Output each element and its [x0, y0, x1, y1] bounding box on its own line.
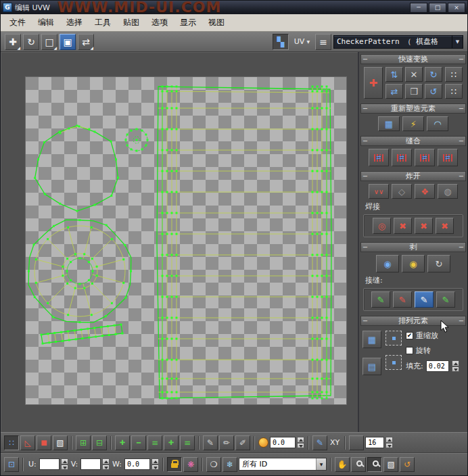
pan-button[interactable]: ✋: [335, 457, 350, 472]
rotate-90-cw-button[interactable]: ↻: [425, 67, 442, 82]
maximize-button[interactable]: □: [429, 3, 446, 13]
face-mode-button[interactable]: ■: [37, 435, 51, 450]
spinner-up-icon[interactable]: [297, 437, 304, 443]
freeform-mode-button[interactable]: ▣: [60, 34, 76, 50]
align-to-edge-button[interactable]: ❒: [405, 84, 423, 99]
zoom-extents-button[interactable]: ▧: [383, 457, 398, 472]
move-selected-button[interactable]: ✚: [364, 67, 383, 99]
u-field[interactable]: [39, 458, 60, 470]
stitch-to-target-button[interactable]: ⇄: [392, 149, 412, 166]
spinner-down-icon[interactable]: [452, 366, 459, 373]
minimize-button[interactable]: ─: [410, 3, 427, 13]
align-horizontal-button[interactable]: ⇄: [385, 84, 403, 99]
rollout-header-quick-transform[interactable]: − 快速变换 −: [360, 54, 466, 64]
rollout-header-explode[interactable]: − 炸开 −: [360, 171, 466, 181]
stitch-custom-button[interactable]: ⇄: [369, 149, 389, 166]
linear-align-button[interactable]: ✕: [405, 67, 423, 82]
menu-select[interactable]: 选择: [60, 15, 89, 30]
shrink-selection-button[interactable]: ⊟: [92, 435, 107, 450]
pack-together-button[interactable]: ▤: [362, 358, 381, 375]
uv-channel-dropdown[interactable]: UV ▼: [291, 34, 313, 50]
edit-seams-button[interactable]: ✎: [371, 291, 390, 308]
edge-loop-button[interactable]: ≡: [147, 435, 162, 450]
space-vertically-button[interactable]: ∷: [445, 84, 463, 99]
rescale-checkbox[interactable]: ✔: [406, 332, 413, 339]
quick-peel-button[interactable]: ◉: [376, 255, 399, 272]
filter-selected-faces-button[interactable]: ❋: [183, 457, 198, 472]
vertex-mode-button[interactable]: ∷: [4, 435, 19, 450]
point-to-point-seam-button[interactable]: ✎: [393, 291, 412, 308]
zoom-extents-selected-button[interactable]: ↺: [400, 457, 415, 472]
grid-size-field[interactable]: 16: [365, 437, 384, 448]
uv-editor-viewport[interactable]: [1, 52, 358, 432]
paint-select-button[interactable]: ✎: [203, 435, 218, 450]
freeze-selection-button[interactable]: ❄: [223, 457, 237, 472]
loop-shrink-button[interactable]: ━: [131, 435, 146, 450]
padding-field[interactable]: 0.02: [426, 360, 449, 372]
reset-peel-button[interactable]: ↻: [427, 255, 450, 272]
flatten-by-smoothing-group-button[interactable]: ∨∨: [369, 184, 389, 199]
zoom-button[interactable]: [351, 457, 366, 472]
v-field[interactable]: [80, 458, 101, 470]
paint-soft-selection-button[interactable]: ✎: [312, 435, 327, 450]
flatten-by-polygon-angle-button[interactable]: ◇: [392, 184, 412, 199]
rotate-checkbox[interactable]: [406, 347, 413, 354]
grow-selection-button[interactable]: ⊞: [76, 435, 91, 450]
relax-until-flat-button[interactable]: ⚡: [402, 116, 424, 131]
flatten-by-material-id-button[interactable]: ◍: [438, 184, 458, 199]
grid-snap-button[interactable]: [349, 435, 364, 450]
spinner-down-icon[interactable]: [151, 465, 159, 471]
menu-view[interactable]: 视图: [202, 15, 231, 30]
spinner-up-icon[interactable]: [385, 437, 393, 443]
paint-brush-shrink-button[interactable]: ✐: [235, 435, 250, 450]
title-bar[interactable]: G 编辑 UVW WWW.MID-UI.COM ─ □ ×: [1, 1, 467, 14]
spinner-up-icon[interactable]: [102, 458, 110, 465]
rollout-header-arrange[interactable]: − 排列元素 −: [360, 316, 466, 326]
spinner-up-icon[interactable]: [452, 360, 459, 366]
spinner-up-icon[interactable]: [151, 458, 159, 465]
scale-tool-button[interactable]: □◢: [41, 34, 57, 50]
menu-file[interactable]: 文件: [3, 15, 32, 30]
rotate-tool-button[interactable]: ↻: [23, 34, 39, 50]
weld-selected-seams-button[interactable]: ✖: [436, 218, 454, 234]
material-id-filter-dropdown[interactable]: 所有 ID ▼: [239, 458, 327, 471]
rollout-header-stitch[interactable]: − 缝合 −: [360, 136, 466, 146]
mirror-tool-button[interactable]: ⇄◢: [78, 34, 94, 50]
menu-tools[interactable]: 工具: [89, 15, 117, 30]
expand-selection-to-seams-button[interactable]: ✎: [436, 291, 455, 308]
texture-selector-dropdown[interactable]: CheckerPattern （ 棋盘格 ▼: [333, 35, 463, 49]
loop-grow-button[interactable]: ✚: [115, 435, 130, 450]
weld-all-seams-button[interactable]: ✖: [415, 218, 433, 234]
relax-button[interactable]: ◠: [427, 116, 448, 131]
w-field[interactable]: 0.0: [124, 458, 150, 470]
falloff-field[interactable]: 0.0: [270, 437, 296, 448]
group-selected-button[interactable]: [385, 355, 402, 370]
spinner-down-icon[interactable]: [297, 443, 304, 449]
straighten-selection-button[interactable]: ▦: [378, 116, 400, 131]
pack-normalize-button[interactable]: ▦: [362, 331, 381, 348]
highlight-selection-button[interactable]: ❍: [206, 457, 221, 472]
rollout-header-peel[interactable]: − 剥 −: [360, 242, 466, 252]
edge-ring-button[interactable]: ≡: [180, 435, 195, 450]
show-map-button[interactable]: ▚: [273, 34, 289, 50]
close-button[interactable]: ×: [448, 3, 465, 13]
weld-selected-button[interactable]: ✖: [394, 218, 412, 234]
peel-mode-button[interactable]: ◉: [402, 255, 425, 272]
menu-options[interactable]: 选项: [145, 15, 174, 30]
zoom-region-button[interactable]: [367, 457, 382, 472]
rollout-header-reshape[interactable]: − 重新塑造元素 −: [360, 103, 466, 114]
edge-selection-to-seams-button[interactable]: ✎: [415, 291, 434, 308]
spinner-down-icon[interactable]: [102, 465, 110, 471]
spinner-up-icon[interactable]: [61, 458, 68, 465]
soft-selection-button[interactable]: [258, 437, 268, 448]
spinner-down-icon[interactable]: [61, 465, 68, 471]
menu-edit[interactable]: 编辑: [32, 15, 60, 30]
absolute-offset-toggle[interactable]: ⊡: [4, 457, 19, 472]
rotate-90-ccw-button[interactable]: ↺: [425, 84, 442, 99]
paint-brush-grow-button[interactable]: ✏: [219, 435, 234, 450]
space-horizontally-button[interactable]: ∷: [445, 67, 463, 82]
lock-selection-button[interactable]: [167, 457, 182, 472]
target-weld-button[interactable]: ◎: [373, 218, 391, 234]
texture-list-button[interactable]: ≡: [315, 34, 331, 50]
rescale-elements-button[interactable]: [385, 331, 402, 346]
